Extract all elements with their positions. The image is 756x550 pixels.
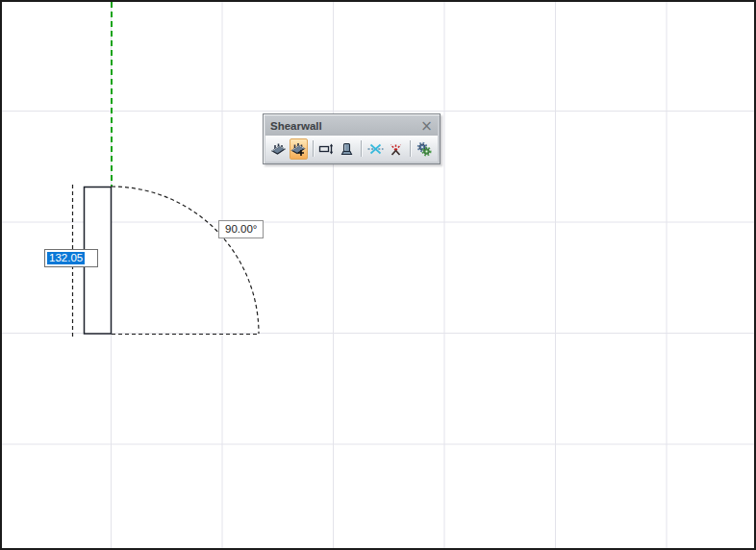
angle-readout-text: 90.00°: [225, 223, 257, 235]
draw-shearwall-button[interactable]: [269, 138, 288, 160]
wall-dimension-icon: [318, 141, 335, 157]
angle-arc: [112, 187, 259, 334]
pedestal-icon: [339, 141, 355, 157]
angle-readout: 90.00°: [218, 220, 264, 238]
pedestal-button[interactable]: [338, 138, 356, 160]
break-node-button[interactable]: [387, 138, 405, 160]
shearwall-add-icon: [290, 141, 307, 157]
toolbar-icon-row: [265, 136, 438, 162]
length-input-value[interactable]: 132.05: [47, 252, 85, 264]
shearwall-toolbar[interactable]: Shearwall ×: [263, 113, 441, 164]
length-input[interactable]: 132.05: [44, 249, 98, 267]
settings-button[interactable]: [415, 138, 434, 160]
close-icon[interactable]: ×: [419, 119, 434, 134]
toolbar-title: Shearwall: [270, 120, 419, 132]
shearwall-icon: [270, 141, 287, 157]
break-node-icon: [388, 141, 404, 157]
snap-node-button[interactable]: [366, 138, 385, 160]
wall-dimension-button[interactable]: [317, 138, 336, 160]
add-shearwall-button[interactable]: [290, 138, 308, 160]
snap-node-icon: [367, 141, 384, 157]
gears-icon: [416, 141, 433, 157]
sketch-layer: [2, 2, 754, 548]
drawing-canvas[interactable]: 90.00° 132.05 Shearwall ×: [0, 0, 756, 550]
shearwall-toolbar-titlebar[interactable]: Shearwall ×: [265, 116, 438, 136]
